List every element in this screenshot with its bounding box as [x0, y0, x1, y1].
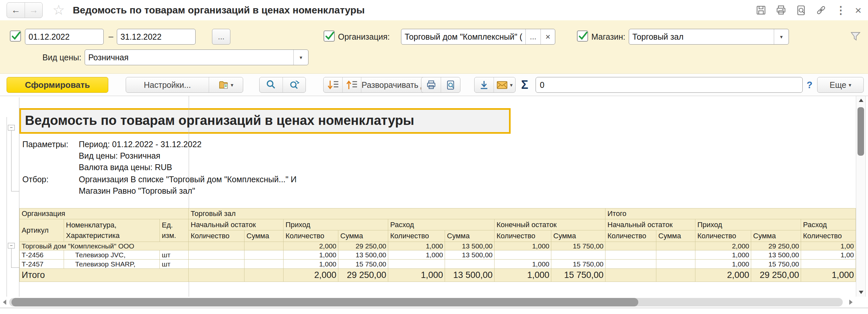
date-from-field[interactable]: [25, 29, 104, 44]
scroll-right-icon[interactable]: [849, 300, 852, 305]
shop-checkbox[interactable]: [577, 31, 588, 42]
search-button[interactable]: [259, 77, 283, 93]
shop-input[interactable]: [629, 29, 774, 44]
horizontal-scrollbar-thumb[interactable]: [11, 298, 638, 307]
cell[interactable]: 15 750,00: [751, 259, 801, 269]
date-to-input[interactable]: [117, 29, 195, 44]
cell[interactable]: [245, 259, 283, 269]
cell[interactable]: 1,000: [495, 242, 551, 250]
preview-icon[interactable]: [796, 5, 807, 16]
shop-field[interactable]: ▾: [629, 29, 789, 44]
filter-funnel-icon[interactable]: [849, 30, 862, 44]
cell[interactable]: 29 250,00: [751, 242, 801, 250]
cell[interactable]: 1,000: [801, 269, 856, 282]
sum-field[interactable]: [535, 77, 803, 93]
cell[interactable]: 1,000: [495, 259, 551, 269]
cell[interactable]: [245, 250, 283, 259]
cell[interactable]: [495, 250, 551, 259]
back-button[interactable]: ←: [7, 3, 25, 18]
cell[interactable]: [189, 250, 245, 259]
cell[interactable]: 13 500,00: [445, 250, 495, 259]
cell[interactable]: 1,00: [801, 250, 856, 259]
cell[interactable]: [551, 250, 606, 259]
cell[interactable]: [801, 259, 856, 269]
cell[interactable]: 1,000: [283, 259, 338, 269]
link-icon[interactable]: [815, 5, 827, 16]
horizontal-scrollbar[interactable]: [0, 296, 856, 308]
cell[interactable]: 13 500,00: [445, 269, 495, 282]
price-type-field[interactable]: ▾: [85, 49, 308, 65]
scroll-down-icon[interactable]: [859, 291, 863, 294]
price-type-input[interactable]: [85, 50, 293, 65]
cell[interactable]: [656, 259, 695, 269]
vertical-scrollbar-thumb[interactable]: [858, 107, 864, 156]
scroll-up-icon[interactable]: [859, 99, 863, 102]
cell[interactable]: 1,000: [695, 250, 751, 259]
close-icon[interactable]: ×: [855, 5, 862, 16]
cell[interactable]: 15 750,00: [338, 259, 388, 269]
save-file-button[interactable]: [474, 77, 494, 93]
cell[interactable]: [606, 269, 656, 282]
cell[interactable]: [245, 269, 283, 282]
date-from-input[interactable]: [25, 29, 104, 44]
cell[interactable]: [445, 259, 495, 269]
organization-field[interactable]: ... ×: [401, 29, 555, 44]
cell[interactable]: 2,000: [283, 242, 338, 250]
group-name-cell[interactable]: Торговый дом "Комплексный" ООО: [20, 242, 189, 250]
total-label-cell[interactable]: Итого: [20, 269, 189, 282]
more-menu-icon[interactable]: ⋮: [836, 5, 846, 15]
cell[interactable]: 13 500,00: [338, 250, 388, 259]
cell[interactable]: 1,000: [695, 259, 751, 269]
cell[interactable]: [189, 242, 245, 250]
more-button[interactable]: Еще ▾: [817, 77, 863, 93]
help-button[interactable]: ?: [807, 77, 812, 93]
expand-all-button[interactable]: [323, 77, 342, 93]
cell[interactable]: 1,00: [801, 242, 856, 250]
cell[interactable]: 15 750,00: [551, 242, 606, 250]
print-preview-button[interactable]: [441, 77, 460, 93]
cell[interactable]: 15 750,00: [551, 269, 606, 282]
find-next-button[interactable]: [283, 77, 306, 93]
cell[interactable]: 29 250,00: [751, 269, 801, 282]
cell[interactable]: [656, 242, 695, 250]
cell[interactable]: [245, 242, 283, 250]
print-icon[interactable]: [775, 5, 786, 16]
organization-select-button[interactable]: ...: [525, 29, 540, 44]
cell[interactable]: 2,000: [695, 242, 751, 250]
cell[interactable]: [189, 269, 245, 282]
settings-variants-button[interactable]: ▾: [209, 77, 243, 93]
cell[interactable]: [189, 259, 245, 269]
nomenclature-cell[interactable]: Телевизор JVC,: [64, 250, 160, 259]
print-button[interactable]: [422, 77, 441, 93]
cell[interactable]: [606, 242, 656, 250]
unit-cell[interactable]: шт: [160, 250, 189, 259]
generate-button[interactable]: Сформировать: [6, 77, 108, 93]
cell[interactable]: 1,000: [388, 242, 445, 250]
cell[interactable]: 13 500,00: [445, 242, 495, 250]
period-checkbox[interactable]: [10, 31, 21, 42]
cell[interactable]: 13 500,00: [751, 250, 801, 259]
favorites-star-icon[interactable]: ☆: [53, 3, 65, 17]
article-cell[interactable]: Т-2456: [20, 250, 64, 259]
date-presets-button[interactable]: ...: [212, 29, 230, 44]
collapse-group-button[interactable]: −: [8, 125, 15, 131]
scroll-left-icon[interactable]: [3, 300, 6, 305]
unit-cell[interactable]: шт: [160, 259, 189, 269]
cell[interactable]: [656, 269, 695, 282]
nomenclature-cell[interactable]: Телевизор SHARP,: [64, 259, 160, 269]
settings-button[interactable]: Настройки...: [126, 77, 209, 93]
save-icon[interactable]: [755, 5, 767, 16]
forward-button[interactable]: →: [25, 3, 42, 18]
send-email-button[interactable]: ▾: [494, 77, 515, 93]
organization-checkbox[interactable]: [323, 31, 335, 42]
cell[interactable]: 1,000: [388, 269, 445, 282]
vertical-scrollbar[interactable]: [856, 96, 866, 296]
article-cell[interactable]: Т-2457: [20, 259, 64, 269]
cell[interactable]: [606, 259, 656, 269]
cell[interactable]: 15 750,00: [551, 259, 606, 269]
cell[interactable]: 29 250,00: [338, 269, 388, 282]
cell[interactable]: [656, 250, 695, 259]
cell[interactable]: 2,000: [695, 269, 751, 282]
cell[interactable]: 2,000: [283, 269, 338, 282]
cell[interactable]: [606, 250, 656, 259]
